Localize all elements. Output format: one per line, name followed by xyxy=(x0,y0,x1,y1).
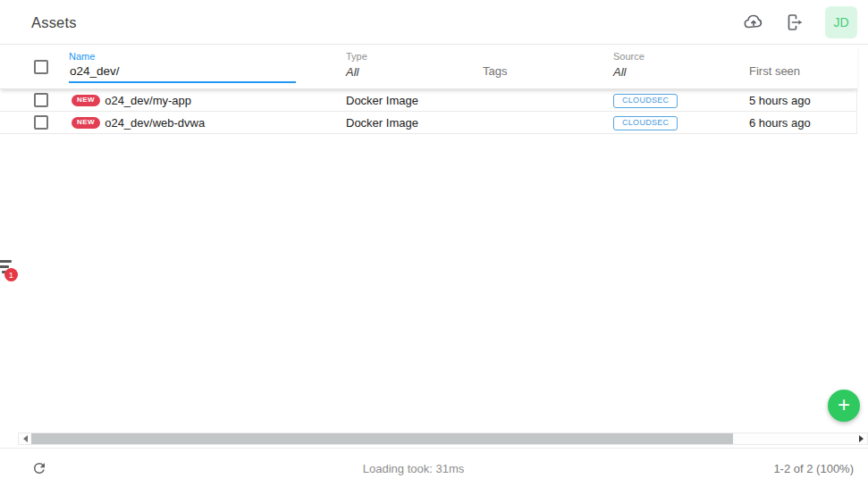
table-footer: Loading took: 31ms 1-2 of 2 (100%) xyxy=(0,448,868,487)
name-filter-input[interactable] xyxy=(69,63,296,83)
scroll-left-button[interactable] xyxy=(19,433,31,444)
logout-icon[interactable] xyxy=(784,12,805,33)
header-checkbox-cell xyxy=(0,45,69,89)
source-filter-value[interactable]: All xyxy=(613,65,626,79)
select-all-checkbox[interactable] xyxy=(34,60,48,74)
name-filter-label: Name xyxy=(69,51,95,62)
app-bar: Assets JD xyxy=(0,0,868,45)
scroll-right-arrow-icon xyxy=(859,435,864,442)
row-checkbox[interactable] xyxy=(34,93,48,107)
asset-type: Docker Image xyxy=(346,116,483,130)
table-row[interactable]: NEW o24_dev/my-app Docker Image CLOUDSEC… xyxy=(0,89,856,112)
source-badge: CLOUDSEC xyxy=(613,116,678,130)
new-badge: NEW xyxy=(72,95,100,106)
page-title: Assets xyxy=(31,14,77,31)
type-filter-label: Type xyxy=(346,51,367,62)
name-filter: Name xyxy=(69,45,346,89)
source-filter-label: Source xyxy=(613,51,645,62)
type-filter[interactable]: Type All xyxy=(346,45,483,89)
first-seen-column-label: First seen xyxy=(749,64,800,78)
type-filter-value[interactable]: All xyxy=(346,65,358,79)
app-bar-actions: JD xyxy=(743,0,857,45)
source-badge: CLOUDSEC xyxy=(613,94,678,108)
cloud-upload-icon[interactable] xyxy=(743,12,764,33)
filter-panel-toggle[interactable]: 1 xyxy=(0,257,21,284)
user-avatar[interactable]: JD xyxy=(825,6,857,38)
scrollbar-thumb[interactable] xyxy=(31,433,733,444)
plus-icon: + xyxy=(838,394,850,416)
first-seen-column-header: First seen xyxy=(749,45,857,89)
asset-type: Docker Image xyxy=(346,94,483,107)
pagination-text: 1-2 of 2 (100%) xyxy=(773,462,854,475)
asset-first-seen: 5 hours ago xyxy=(749,94,856,107)
asset-name[interactable]: o24_dev/web-dvwa xyxy=(105,116,205,130)
asset-name[interactable]: o24_dev/my-app xyxy=(105,94,191,107)
loading-time-text: Loading took: 31ms xyxy=(0,462,827,475)
table-filter-row: Name Type All Tags Source All First seen xyxy=(0,45,857,89)
row-checkbox[interactable] xyxy=(34,115,48,130)
source-filter[interactable]: Source All xyxy=(613,45,749,89)
asset-first-seen: 6 hours ago xyxy=(749,116,856,130)
horizontal-scrollbar[interactable] xyxy=(18,432,868,445)
add-asset-button[interactable]: + xyxy=(828,390,860,422)
table-row[interactable]: NEW o24_dev/web-dvwa Docker Image CLOUDS… xyxy=(0,112,856,134)
scroll-left-arrow-icon xyxy=(23,435,28,442)
tags-column-label: Tags xyxy=(483,64,507,78)
asset-table-body: NEW o24_dev/my-app Docker Image CLOUDSEC… xyxy=(0,89,857,134)
tags-column-header: Tags xyxy=(483,45,613,89)
scroll-right-button[interactable] xyxy=(855,433,867,444)
scrollbar-track[interactable] xyxy=(31,433,855,444)
filter-count-badge: 1 xyxy=(4,268,18,281)
new-badge: NEW xyxy=(72,117,100,129)
